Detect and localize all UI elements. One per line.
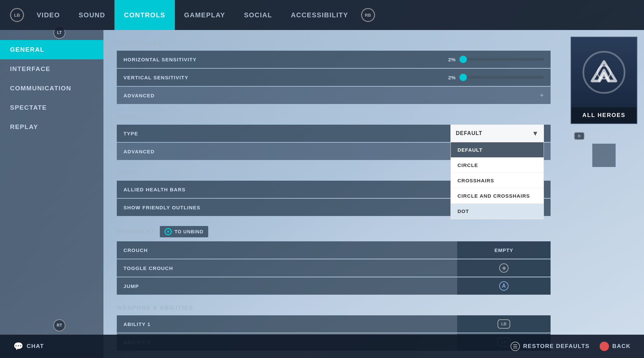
lb-binding-icon: LB: [498, 319, 510, 329]
sidebar-replay-label: REPLAY: [10, 123, 38, 130]
back-button-icon: [600, 342, 609, 351]
hero-card: ALL HEROES: [571, 37, 637, 124]
change-hero-label: CHANGE HERO: [587, 133, 633, 139]
horizontal-sensitivity-label: HORIZONTAL SENSITIVITY: [123, 57, 442, 62]
horizontal-sensitivity-slider[interactable]: [460, 58, 544, 61]
tab-social-label: SOCIAL: [244, 11, 272, 19]
option-default-label: DEFAULT: [457, 147, 482, 153]
movement-section: MOVEMENT TO UNBIND CROUCH EMPTY TOGGLE C…: [117, 226, 551, 295]
sidebar-general-label: GENERAL: [10, 46, 44, 53]
vertical-sensitivity-slider[interactable]: [460, 76, 544, 79]
sidebar-interface-label: INTERFACE: [10, 65, 50, 72]
restore-defaults-icon: [511, 342, 520, 351]
tab-accessibility[interactable]: ACCESSIBILITY: [282, 0, 358, 30]
tab-video[interactable]: VIDEO: [27, 0, 69, 30]
ability1-row: ABILITY 1 LB: [117, 315, 551, 333]
rt-button[interactable]: RT: [53, 319, 65, 331]
change-hero-row[interactable]: B CHANGE HERO: [571, 130, 637, 142]
sidebar-item-communication[interactable]: COMMUNICATION: [0, 79, 103, 98]
sidebar: LT GENERAL INTERFACE COMMUNICATION SPECT…: [0, 30, 103, 358]
move-icon: ⊕: [499, 263, 509, 273]
dropdown-option-circle-and-crosshairs[interactable]: CIRCLE AND CROSSHAIRS: [451, 188, 544, 204]
tab-social[interactable]: SOCIAL: [235, 0, 282, 30]
rb-button[interactable]: RB: [361, 8, 375, 22]
restore-defaults-button[interactable]: RESTORE DEFAULTS: [511, 342, 590, 351]
chat-label: CHAT: [27, 343, 44, 350]
type-dropdown[interactable]: DEFAULT ▼ DEFAULT CIRCLE CROSSHAIRS: [450, 125, 544, 142]
controller-advanced-row[interactable]: ADVANCED +: [117, 87, 551, 104]
menu-line-2: [513, 346, 517, 347]
bottom-right-actions: RESTORE DEFAULTS BACK: [511, 342, 631, 351]
tab-controls[interactable]: CONTROLS: [114, 0, 175, 30]
b-button[interactable]: B: [574, 132, 585, 140]
lt-label: LT: [57, 30, 62, 35]
option-circle-label: CIRCLE: [457, 162, 478, 168]
dropdown-option-circle[interactable]: CIRCLE: [451, 158, 544, 173]
horizontal-sensitivity-row: HORIZONTAL SENSITIVITY 2%: [117, 51, 551, 68]
vertical-sensitivity-label: VERTICAL SENSITIVITY: [123, 75, 442, 80]
crouch-row: CROUCH EMPTY: [117, 241, 551, 259]
bottom-bar: 💬 CHAT RESTORE DEFAULTS BACK: [0, 335, 644, 358]
dropdown-arrow-icon: ▼: [532, 130, 539, 137]
tab-gameplay[interactable]: GAMEPLAY: [175, 0, 235, 30]
slider-thumb[interactable]: [459, 56, 467, 63]
reticle-section: RETICLE TYPE DEFAULT ▼ DEFAULT CIRCLE: [117, 114, 551, 160]
horizontal-sensitivity-value: 2%: [442, 57, 455, 62]
all-heroes-label: ALL HEROES: [582, 112, 625, 118]
menu-line-1: [513, 344, 517, 345]
unbind-inner-dot: [167, 231, 169, 233]
ability1-binding: LB: [457, 315, 551, 333]
restore-defaults-label: RESTORE DEFAULTS: [523, 343, 590, 350]
sidebar-item-interface[interactable]: INTERFACE: [0, 59, 103, 79]
sidebar-item-replay[interactable]: REPLAY: [0, 117, 103, 137]
hero-preview-thumbnail: [592, 144, 616, 167]
jump-binding: A: [457, 277, 551, 295]
toggle-crouch-row: TOGGLE CROUCH ⊕: [117, 259, 551, 277]
option-crosshairs-label: CROSSHAIRS: [457, 178, 494, 183]
unbind-label: TO UNBIND: [175, 229, 204, 234]
jump-row: JUMP A: [117, 277, 551, 295]
dropdown-option-dot[interactable]: DOT: [451, 204, 544, 219]
dropdown-menu: DEFAULT CIRCLE CROSSHAIRS CIRCLE AND CRO…: [450, 142, 544, 219]
ability1-label: ABILITY 1: [117, 321, 457, 327]
controller-section-title: CONTROLLER: [117, 40, 551, 47]
slider-thumb-v[interactable]: [459, 74, 467, 81]
movement-section-title: MOVEMENT: [117, 228, 155, 235]
overwatch-logo: [582, 51, 626, 94]
dropdown-option-default[interactable]: DEFAULT: [451, 142, 544, 158]
type-row: TYPE DEFAULT ▼ DEFAULT CIRCLE C: [117, 125, 551, 142]
sidebar-spectate-label: SPECTATE: [10, 104, 47, 111]
controller-advanced-expand-icon[interactable]: +: [540, 91, 544, 100]
sidebar-item-spectate[interactable]: SPECTATE: [0, 98, 103, 117]
chat-button[interactable]: 💬 CHAT: [13, 342, 44, 351]
type-label: TYPE: [123, 131, 450, 136]
sidebar-item-general[interactable]: GENERAL: [0, 40, 103, 59]
lb-button[interactable]: LB: [10, 8, 24, 22]
tab-sound-label: SOUND: [79, 11, 105, 19]
top-navigation: LB VIDEO SOUND CONTROLS GAMEPLAY SOCIAL …: [0, 0, 644, 30]
rt-label: RT: [57, 323, 62, 328]
hero-name-bar: ALL HEROES: [571, 107, 637, 123]
a-button-icon: A: [499, 281, 509, 291]
option-circle-crosshairs-label: CIRCLE AND CROSSHAIRS: [457, 193, 530, 199]
main-layout: LT GENERAL INTERFACE COMMUNICATION SPECT…: [0, 30, 644, 358]
menu-line-3: [513, 348, 517, 348]
crouch-value: EMPTY: [457, 241, 551, 259]
lb-label: LB: [14, 13, 20, 18]
dropdown-option-crosshairs[interactable]: CROSSHAIRS: [451, 173, 544, 188]
jump-label: JUMP: [117, 283, 457, 289]
tab-accessibility-label: ACCESSIBILITY: [291, 11, 348, 19]
content-area: CONTROLLER HORIZONTAL SENSITIVITY 2% VER…: [103, 30, 564, 358]
reticle-section-title: RETICLE: [117, 114, 551, 121]
unbind-badge: TO UNBIND: [160, 226, 208, 237]
back-button[interactable]: BACK: [600, 342, 631, 351]
tab-sound[interactable]: SOUND: [69, 0, 115, 30]
vertical-sensitivity-value: 2%: [442, 75, 455, 80]
controller-section: CONTROLLER HORIZONTAL SENSITIVITY 2% VER…: [117, 40, 551, 104]
menu-lines-icon: [513, 344, 517, 348]
tab-controls-label: CONTROLS: [124, 11, 165, 19]
vertical-sensitivity-row: VERTICAL SENSITIVITY 2%: [117, 69, 551, 86]
tab-gameplay-label: GAMEPLAY: [184, 11, 226, 19]
crouch-label: CROUCH: [117, 247, 457, 253]
b-button-label: B: [578, 134, 581, 138]
